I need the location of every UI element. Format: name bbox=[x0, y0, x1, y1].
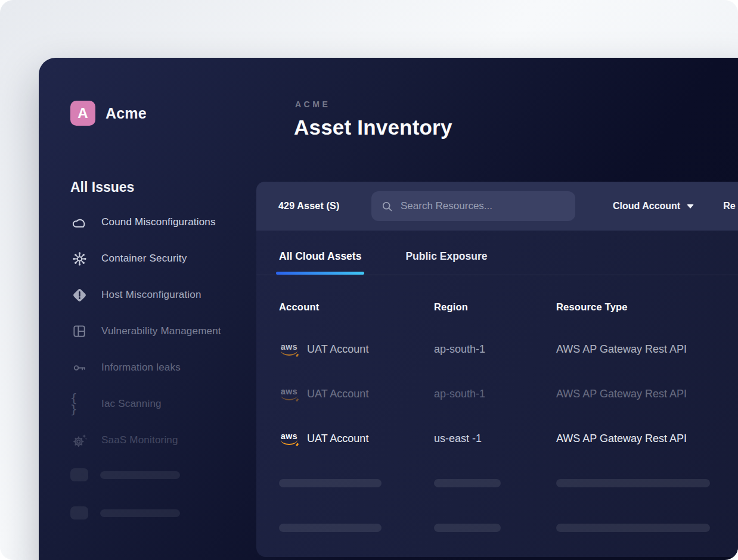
search-icon bbox=[381, 200, 393, 213]
tab-label: All Cloud Assets bbox=[279, 250, 361, 262]
account-cell: aws UAT Account bbox=[279, 388, 434, 400]
sidebar-item-label: Iac Scanning bbox=[101, 398, 162, 410]
brand-name: Acme bbox=[106, 105, 147, 122]
region-filter-label: Re bbox=[723, 201, 735, 211]
skeleton-label-placeholder bbox=[100, 471, 180, 479]
cloud-account-filter-label: Cloud Account bbox=[613, 201, 680, 211]
aws-logo-icon: aws bbox=[279, 388, 299, 400]
sidebar-item-label: Information leaks bbox=[101, 362, 181, 374]
asset-table-panel: All Cloud Assets Public Exposure Account… bbox=[256, 231, 738, 557]
skeleton-cell bbox=[556, 479, 710, 487]
sidebar-item-information-leaks[interactable]: Information leaks bbox=[70, 359, 235, 377]
sidebar-item-saas-monitoring[interactable]: SaaS Monitoring bbox=[70, 431, 235, 449]
app-window: A Acme All Issues Cound Misconfiguration… bbox=[39, 58, 738, 560]
resource-type-cell: AWS AP Gateway Rest API bbox=[556, 433, 738, 445]
layout-panels-icon bbox=[70, 322, 88, 340]
search-input[interactable] bbox=[401, 200, 566, 212]
table-row[interactable]: aws UAT Account ap-south-1 AWS AP Gatewa… bbox=[279, 339, 738, 359]
sidebar-skeleton-item bbox=[70, 506, 235, 520]
aws-word: aws bbox=[281, 433, 297, 440]
region-cell: ap-south-1 bbox=[434, 343, 556, 356]
page-background: A Acme All Issues Cound Misconfiguration… bbox=[0, 0, 738, 560]
asset-table: Account Region Resource Type aws UAT Acc… bbox=[256, 299, 738, 538]
cloud-account-filter[interactable]: Cloud Account bbox=[613, 201, 694, 211]
skeleton-cell bbox=[434, 479, 501, 487]
alert-diamond-icon bbox=[70, 286, 88, 304]
aws-word: aws bbox=[281, 343, 297, 350]
aws-word: aws bbox=[281, 388, 297, 395]
sidebar-item-vulnerability-management[interactable]: Vulnerability Management bbox=[70, 322, 235, 340]
aws-logo-icon: aws bbox=[279, 433, 299, 445]
column-header-region: Region bbox=[434, 301, 556, 313]
sidebar-nav: Cound Misconfigurations bbox=[70, 213, 235, 520]
skeleton-cell bbox=[279, 479, 382, 487]
sidebar-item-cound-misconfigurations[interactable]: Cound Misconfigurations bbox=[70, 213, 235, 231]
key-icon bbox=[70, 359, 88, 377]
skeleton-label-placeholder bbox=[100, 509, 180, 517]
column-header-account: Account bbox=[279, 301, 434, 313]
table-row[interactable]: aws UAT Account us-east -1 AWS AP Gatewa… bbox=[279, 428, 738, 449]
sidebar-item-label: Cound Misconfigurations bbox=[101, 216, 216, 228]
skeleton-icon-placeholder bbox=[70, 468, 88, 481]
skeleton-icon-placeholder bbox=[70, 506, 88, 519]
search-box[interactable] bbox=[371, 191, 575, 221]
sidebar-item-iac-scanning[interactable]: { } Iac Scanning bbox=[70, 395, 235, 413]
brand[interactable]: A Acme bbox=[70, 101, 235, 126]
sidebar-item-label: SaaS Monitoring bbox=[101, 434, 178, 446]
page-title: Asset Inventory bbox=[294, 116, 738, 139]
sidebar-heading: All Issues bbox=[70, 179, 235, 195]
aws-logo-icon: aws bbox=[279, 343, 299, 356]
skeleton-cell bbox=[556, 524, 710, 532]
column-header-resource-type: Resource Type bbox=[556, 301, 738, 313]
aws-swoosh bbox=[281, 350, 297, 356]
aws-swoosh bbox=[281, 440, 297, 445]
region-cell: us-east -1 bbox=[434, 433, 556, 445]
asset-toolbar: 429 Asset (S) Cloud Account Re bbox=[256, 182, 738, 231]
active-tab-underline bbox=[276, 272, 364, 275]
sidebar-item-label: Vulnerability Management bbox=[101, 325, 221, 337]
skeleton-cell bbox=[434, 524, 501, 532]
cloud-icon bbox=[70, 213, 88, 231]
table-header-row: Account Region Resource Type bbox=[279, 299, 738, 315]
tab-bar: All Cloud Assets Public Exposure bbox=[256, 231, 738, 275]
brand-logo: A bbox=[70, 101, 95, 126]
account-name: UAT Account bbox=[307, 388, 368, 400]
sidebar-item-label: Container Security bbox=[101, 253, 187, 265]
account-cell: aws UAT Account bbox=[279, 433, 434, 445]
sidebar-item-container-security[interactable]: Container Security bbox=[70, 250, 235, 267]
skeleton-cell bbox=[279, 524, 382, 532]
braces-icon: { } bbox=[70, 395, 88, 413]
tab-label: Public Exposure bbox=[405, 250, 487, 262]
resource-type-cell: AWS AP Gateway Rest API bbox=[556, 343, 738, 356]
region-cell: ap-south-1 bbox=[434, 388, 556, 400]
account-cell: aws UAT Account bbox=[279, 343, 434, 356]
breadcrumb-eyebrow: ACME bbox=[295, 99, 738, 109]
asset-count: 429 Asset (S) bbox=[278, 201, 346, 211]
helm-wheel-icon bbox=[70, 250, 88, 267]
sidebar-skeleton-item bbox=[70, 468, 235, 482]
skeleton-table-row bbox=[279, 518, 738, 538]
tab-public-exposure[interactable]: Public Exposure bbox=[405, 250, 487, 275]
asset-panel: 429 Asset (S) Cloud Account Re bbox=[256, 182, 738, 557]
region-filter-cropped[interactable]: Re bbox=[723, 201, 735, 211]
tab-all-cloud-assets[interactable]: All Cloud Assets bbox=[279, 250, 361, 275]
gear-sparkle-icon bbox=[70, 431, 88, 449]
account-name: UAT Account bbox=[307, 343, 368, 356]
account-name: UAT Account bbox=[307, 433, 368, 445]
aws-swoosh bbox=[281, 395, 297, 400]
table-row[interactable]: aws UAT Account ap-south-1 AWS AP Gatewa… bbox=[279, 384, 738, 404]
sidebar-item-label: Host Misconfiguration bbox=[101, 289, 201, 301]
skeleton-table-row bbox=[279, 473, 738, 493]
sidebar: A Acme All Issues Cound Misconfiguration… bbox=[39, 58, 256, 560]
chevron-down-icon bbox=[687, 204, 694, 209]
resource-type-cell: AWS AP Gateway Rest API bbox=[556, 388, 738, 400]
sidebar-item-host-misconfiguration[interactable]: Host Misconfiguration bbox=[70, 286, 235, 304]
